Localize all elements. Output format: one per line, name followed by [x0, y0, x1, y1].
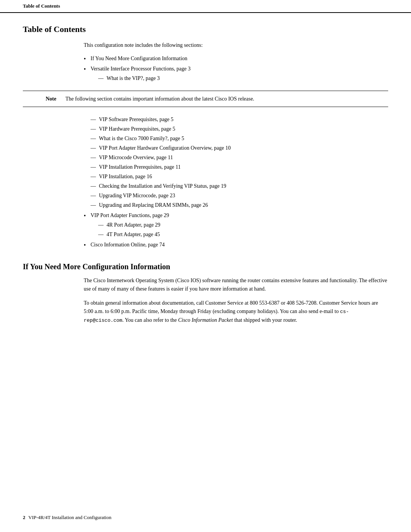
toc-bottom-item-2: Cisco Information Online, page 74: [91, 242, 165, 248]
para2-before: To obtain general information about docu…: [84, 300, 378, 314]
list-item: 4R Port Adapter, page 29: [98, 221, 388, 229]
list-item: Versatile Interface Processor Functions,…: [84, 65, 388, 82]
footer-text: VIP-4R/4T Installation and Configuration: [29, 514, 112, 521]
list-item: Upgrading and Replacing DRAM SIMMs, page…: [91, 201, 388, 209]
section2-para1: The Cisco Internetwork Operating System …: [84, 276, 388, 294]
note-box: Note The following section contains impo…: [23, 91, 388, 107]
list-item: VIP Microcode Overview, page 11: [91, 153, 388, 161]
list-item: What is the Cisco 7000 Family?, page 5: [91, 134, 388, 142]
page-content: Table of Contents This configuration not…: [0, 13, 411, 353]
list-item: Cisco Information Online, page 74: [84, 241, 388, 249]
list-item: VIP Port Adapter Hardware Configuration …: [91, 144, 388, 152]
list-item: Checking the Installation and Verifying …: [91, 182, 388, 190]
toc-item-1: If You Need More Configuration Informati…: [91, 56, 187, 61]
toc-bottom-list: VIP Port Adapter Functions, page 29 4R P…: [84, 211, 388, 249]
vip-sub-list: VIP Software Prerequisites, page 5 VIP H…: [91, 115, 388, 209]
toc-list: If You Need More Configuration Informati…: [84, 54, 388, 82]
list-item: VIP Installation Prerequisites, page 11: [91, 163, 388, 171]
para2-italic: Cisco Information Packet: [178, 317, 233, 323]
para2-after: . You can also refer to the: [122, 317, 178, 323]
list-item: What is the VIP?, page 3: [98, 74, 388, 82]
note-label: Note: [46, 95, 62, 103]
toc-title: Table of Contents: [23, 24, 388, 34]
list-item: VIP Installation, page 16: [91, 173, 388, 181]
toc-bottom-sub-list: 4R Port Adapter, page 29 4T Port Adapter…: [98, 221, 388, 238]
section2-para2: To obtain general information about docu…: [84, 299, 388, 325]
list-item: Upgrading VIP Microcode, page 23: [91, 192, 388, 200]
footer-page-number: 2: [23, 514, 25, 521]
list-item: 4T Port Adapter, page 45: [98, 230, 388, 238]
header-label: Table of Contents: [23, 3, 60, 9]
list-item: VIP Software Prerequisites, page 5: [91, 115, 388, 123]
para2-end: that shipped with your router.: [233, 317, 297, 323]
list-item: VIP Hardware Prerequisites, page 5: [91, 125, 388, 133]
toc-sub-list: What is the VIP?, page 3: [98, 74, 388, 82]
list-item: VIP Port Adapter Functions, page 29 4R P…: [84, 211, 388, 238]
toc-item-2: Versatile Interface Processor Functions,…: [91, 66, 191, 72]
section2-title: If You Need More Configuration Informati…: [23, 262, 388, 271]
page-footer: 2 VIP-4R/4T Installation and Configurati…: [23, 514, 388, 521]
toc-sub-item-1: What is the VIP?, page 3: [107, 75, 160, 81]
page-header: Table of Contents: [0, 0, 411, 13]
toc-bottom-item-1: VIP Port Adapter Functions, page 29: [91, 212, 169, 218]
toc-intro: This configuration note includes the fol…: [84, 41, 388, 49]
list-item: If You Need More Configuration Informati…: [84, 54, 388, 62]
note-text: The following section contains important…: [65, 95, 254, 103]
